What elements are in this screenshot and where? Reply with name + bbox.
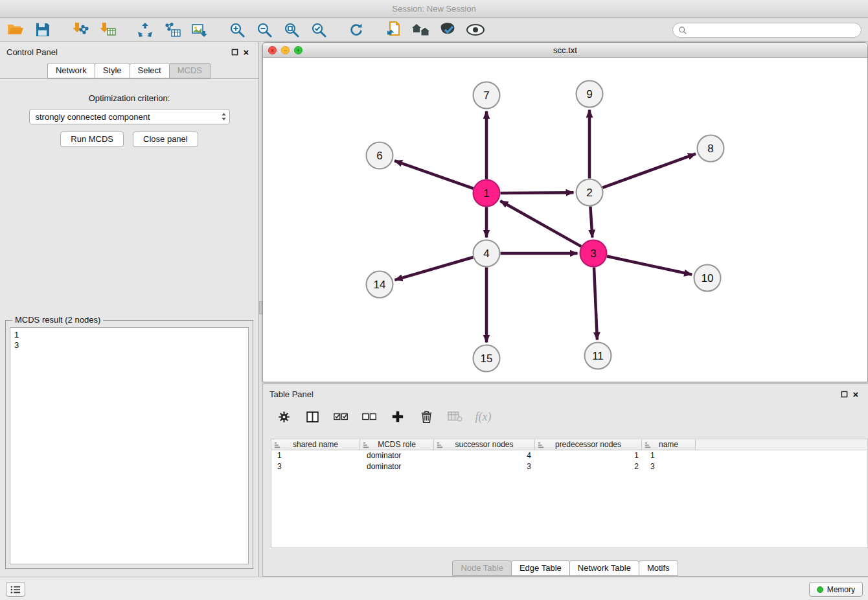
- style-apply-button[interactable]: [435, 19, 461, 40]
- graph-node-9[interactable]: 9: [577, 81, 603, 108]
- chevron-up-down-icon: [221, 112, 227, 121]
- import-network-button[interactable]: [67, 19, 93, 40]
- tab-select[interactable]: Select: [130, 63, 170, 78]
- add-column-button[interactable]: [389, 408, 407, 426]
- tab-mcds[interactable]: MCDS: [169, 63, 211, 78]
- graph-node-11[interactable]: 11: [585, 343, 611, 369]
- tab-node-table[interactable]: Node Table: [452, 560, 512, 576]
- window-close-icon[interactable]: ×: [268, 46, 277, 54]
- edge-1-6[interactable]: [394, 161, 474, 189]
- plus-icon: [391, 410, 404, 423]
- network-table-button[interactable]: [159, 19, 185, 40]
- table-cell[interactable]: 1: [537, 450, 645, 461]
- trash-icon: [420, 410, 433, 424]
- window-zoom-icon[interactable]: +: [294, 46, 303, 54]
- table-row[interactable]: 3dominator323: [271, 461, 867, 472]
- table-cell[interactable]: 4: [435, 450, 537, 461]
- node-label: 4: [483, 248, 489, 260]
- tab-motifs[interactable]: Motifs: [639, 560, 678, 576]
- deselect-all-columns-button[interactable]: [360, 408, 378, 426]
- close-mcds-panel-button[interactable]: Close panel: [133, 132, 198, 147]
- graph-node-3[interactable]: 3: [580, 240, 607, 267]
- graph-node-15[interactable]: 15: [474, 345, 500, 372]
- delete-column-button[interactable]: [417, 408, 435, 426]
- close-panel-button[interactable]: ×: [240, 46, 252, 58]
- zoom-fit-button[interactable]: [279, 19, 304, 40]
- table-cell[interactable]: 3: [435, 461, 537, 472]
- table-cell[interactable]: 1: [645, 450, 699, 461]
- result-item[interactable]: 1: [14, 330, 244, 340]
- table-cell[interactable]: 3: [271, 461, 361, 472]
- table-cell[interactable]: 2: [537, 461, 645, 472]
- network-image-button[interactable]: [187, 19, 212, 40]
- tab-style[interactable]: Style: [95, 63, 130, 78]
- graph-node-14[interactable]: 14: [367, 271, 393, 298]
- document-share-button[interactable]: [381, 19, 407, 40]
- show-columns-button[interactable]: [303, 408, 321, 426]
- graph-node-4[interactable]: 4: [474, 240, 500, 267]
- graph-node-7[interactable]: 7: [474, 82, 500, 109]
- search-input[interactable]: [691, 25, 861, 35]
- network-graph[interactable]: 7968124314101511: [263, 58, 867, 382]
- show-hide-button[interactable]: [463, 19, 488, 40]
- graph-node-6[interactable]: 6: [367, 143, 393, 169]
- refresh-button[interactable]: [343, 19, 369, 40]
- memory-status-icon: [817, 586, 823, 593]
- zoom-in-button[interactable]: [224, 19, 250, 40]
- tab-network-table[interactable]: Network Table: [569, 560, 639, 576]
- zoom-selected-button[interactable]: [306, 19, 332, 40]
- table-row[interactable]: 1dominator411: [271, 450, 867, 461]
- column-header-successor-nodes[interactable]: successor nodes: [433, 439, 535, 450]
- zoom-out-button[interactable]: [251, 19, 277, 40]
- graph-node-8[interactable]: 8: [698, 135, 724, 162]
- network-share-button[interactable]: [132, 19, 158, 40]
- optimization-criterion-select[interactable]: strongly connected component: [29, 109, 230, 124]
- node-label: 9: [586, 88, 592, 100]
- close-icon: ×: [853, 389, 859, 400]
- edge-1-2[interactable]: [501, 192, 574, 193]
- float-window-icon: [231, 49, 238, 56]
- node-label: 3: [590, 248, 596, 260]
- edge-2-8[interactable]: [602, 154, 696, 187]
- function-builder-button[interactable]: f(x): [474, 408, 492, 426]
- import-table-button[interactable]: [95, 19, 120, 40]
- graph-node-1[interactable]: 1: [474, 180, 500, 207]
- table-settings-button[interactable]: [275, 408, 293, 426]
- tab-network[interactable]: Network: [47, 63, 95, 78]
- node-label: 6: [376, 150, 382, 162]
- home-button[interactable]: [408, 19, 434, 40]
- result-item[interactable]: 3: [14, 340, 244, 351]
- panel-menu-button[interactable]: [6, 582, 25, 597]
- edge-3-11[interactable]: [594, 268, 597, 340]
- memory-button[interactable]: Memory: [809, 582, 863, 597]
- save-session-button[interactable]: [30, 19, 56, 40]
- open-session-button[interactable]: [3, 19, 29, 40]
- graph-node-10[interactable]: 10: [694, 265, 721, 292]
- node-label: 7: [483, 89, 489, 102]
- column-header-shared-name[interactable]: shared name: [271, 439, 360, 450]
- column-header-MCDS-role[interactable]: MCDS role: [360, 439, 434, 450]
- window-minimize-icon[interactable]: −: [281, 46, 290, 54]
- float-panel-button[interactable]: [229, 46, 240, 58]
- float-table-panel-button[interactable]: [838, 388, 850, 400]
- mcds-result-list[interactable]: 13: [10, 327, 249, 564]
- table-cell[interactable]: 1: [271, 450, 361, 461]
- edge-4-14[interactable]: [395, 257, 474, 280]
- column-header-name[interactable]: name: [641, 439, 696, 450]
- close-table-panel-button[interactable]: ×: [850, 388, 862, 400]
- table-cell[interactable]: dominator: [361, 461, 435, 472]
- tab-edge-table[interactable]: Edge Table: [511, 560, 570, 576]
- run-mcds-button[interactable]: Run MCDS: [60, 132, 124, 147]
- deselect-all-icon: [362, 411, 377, 422]
- edge-2-3[interactable]: [590, 207, 592, 238]
- network-image-icon: [191, 22, 208, 38]
- zoom-selected-icon: [311, 22, 326, 38]
- graph-node-2[interactable]: 2: [577, 179, 603, 206]
- delete-table-button[interactable]: [446, 408, 464, 426]
- select-all-columns-button[interactable]: [332, 408, 350, 426]
- table-cell[interactable]: 3: [645, 461, 699, 472]
- edge-3-1[interactable]: [500, 201, 581, 246]
- edge-3-10[interactable]: [607, 257, 692, 275]
- table-cell[interactable]: dominator: [361, 450, 435, 461]
- column-header-predecessor-nodes[interactable]: predecessor nodes: [534, 439, 642, 450]
